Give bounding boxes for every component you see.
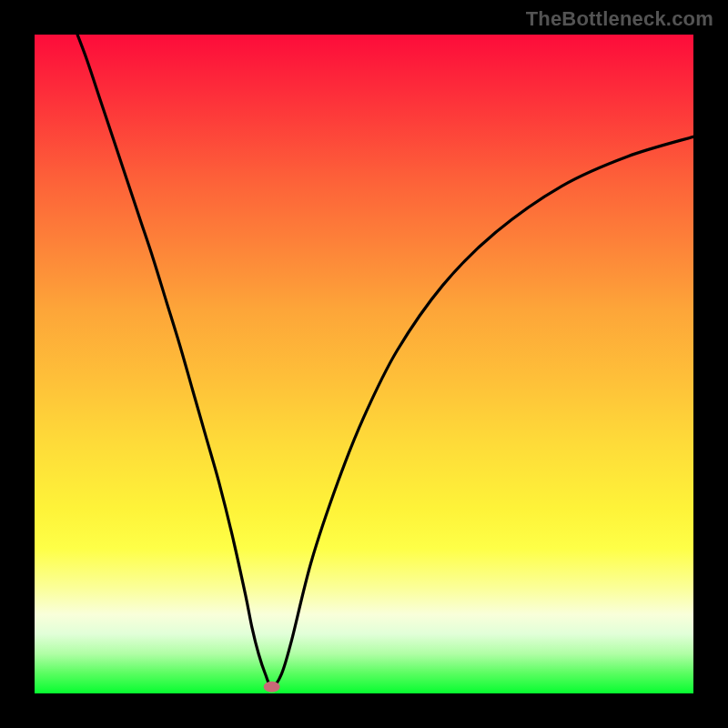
min-marker-icon (264, 682, 280, 693)
plot-area (35, 35, 693, 693)
curve-svg (35, 35, 693, 693)
bottleneck-curve (77, 35, 693, 687)
chart-root: { "watermark": "TheBottleneck.com", "cha… (0, 0, 728, 728)
watermark-text: TheBottleneck.com (526, 7, 713, 31)
